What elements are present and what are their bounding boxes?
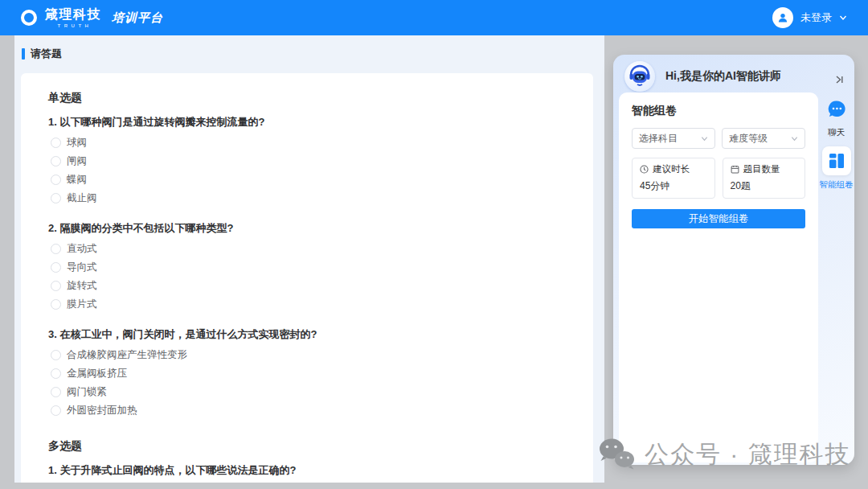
question-count-info-box: 题目数量 20题 <box>723 158 806 199</box>
chat-bubble-icon <box>826 99 847 120</box>
question-title: 3. 在核工业中，阀门关闭时，是通过什么方式实现密封的? <box>48 327 569 342</box>
option-label: 金属阀板挤压 <box>67 367 127 380</box>
option-label: 导向式 <box>67 261 97 274</box>
quiz-card: 单选题1. 以下哪种阀门是通过旋转阀瓣来控制流量的?球阀闸阀蝶阀截止阀2. 隔膜… <box>21 73 593 483</box>
radio-icon[interactable] <box>51 387 61 397</box>
option-label: 截止阀 <box>67 191 97 205</box>
option-label: 蝶阀 <box>67 173 87 187</box>
question-block: 1. 以下哪种阀门是通过旋转阀瓣来控制流量的?球阀闸阀蝶阀截止阀 <box>48 115 569 208</box>
user-avatar-icon[interactable] <box>772 7 793 28</box>
answer-option[interactable]: 旋转式 <box>48 277 569 295</box>
question-count-value: 20题 <box>731 179 798 193</box>
subject-select[interactable]: 选择科目 <box>632 128 715 149</box>
login-menu[interactable]: 未登录 <box>772 7 847 28</box>
question-title: 2. 隔膜阀的分类中不包括以下哪种类型? <box>48 221 569 236</box>
question-count-label: 题目数量 <box>743 163 780 175</box>
duration-label: 建议时长 <box>653 163 690 175</box>
chevron-down-icon <box>791 135 798 142</box>
section-heading: 多选题 <box>48 439 569 454</box>
chevron-down-icon <box>839 14 847 22</box>
title-accent-bar <box>22 48 25 60</box>
option-label: 旋转式 <box>67 279 97 293</box>
radio-icon[interactable] <box>51 175 61 185</box>
ai-assistant-panel: Hi,我是你的AI智能讲师 智能组卷 选择科目 难度等级 <box>613 55 854 465</box>
brand-logo-group: 箴理科技 TRUTH 培训平台 <box>21 8 163 28</box>
collapse-panel-icon[interactable] <box>833 74 845 85</box>
answer-option[interactable]: 膜片式 <box>48 295 569 314</box>
answer-option[interactable]: 升降式止回阀升程最短，能够实现快速关闭 <box>48 482 569 483</box>
answer-option[interactable]: 阀门锁紧 <box>48 383 569 401</box>
duration-value: 45分钟 <box>640 179 707 193</box>
option-label: 合成橡胶阀座产生弹性变形 <box>67 348 187 362</box>
subject-select-value: 选择科目 <box>639 132 678 146</box>
option-label: 直动式 <box>67 242 97 256</box>
tab-smart-paper[interactable]: 智能组卷 <box>820 146 854 191</box>
section-heading: 单选题 <box>48 91 569 105</box>
question-title: 1. 以下哪种阀门是通过旋转阀瓣来控制流量的? <box>48 115 569 129</box>
question-sections: 单选题1. 以下哪种阀门是通过旋转阀瓣来控制流量的?球阀闸阀蝶阀截止阀2. 隔膜… <box>48 91 569 483</box>
duration-info-box: 建议时长 45分钟 <box>632 158 715 199</box>
question-section: 单选题1. 以下哪种阀门是通过旋转阀瓣来控制流量的?球阀闸阀蝶阀截止阀2. 隔膜… <box>48 91 569 420</box>
quiz-content-area: 请答题 单选题1. 以下哪种阀门是通过旋转阀瓣来控制流量的?球阀闸阀蝶阀截止阀2… <box>14 35 604 483</box>
tab-smart-paper-label: 智能组卷 <box>820 179 854 191</box>
platform-title: 培训平台 <box>112 10 163 26</box>
start-smart-paper-button[interactable]: 开始智能组卷 <box>632 209 805 228</box>
option-label: 闸阀 <box>67 154 87 168</box>
answer-option[interactable]: 合成橡胶阀座产生弹性变形 <box>48 346 569 364</box>
answer-option[interactable]: 闸阀 <box>48 152 569 171</box>
question-block: 1. 关于升降式止回阀的特点，以下哪些说法是正确的?升降式止回阀升程最短，能够实… <box>48 463 569 483</box>
answer-option[interactable]: 蝶阀 <box>48 171 569 189</box>
radio-icon[interactable] <box>51 244 61 254</box>
radio-icon[interactable] <box>51 193 61 203</box>
chevron-down-icon <box>701 135 708 142</box>
answer-option[interactable]: 外圆密封面加热 <box>48 401 569 420</box>
smart-paper-panel: 智能组卷 选择科目 难度等级 <box>619 92 818 462</box>
tab-chat-label: 聊天 <box>828 127 845 138</box>
answer-option[interactable]: 金属阀板挤压 <box>48 364 569 383</box>
robot-avatar-icon <box>624 61 655 92</box>
option-label: 膜片式 <box>67 298 97 311</box>
app-header: 箴理科技 TRUTH 培训平台 未登录 <box>0 0 868 35</box>
radio-icon[interactable] <box>51 368 61 379</box>
ai-greeting: Hi,我是你的AI智能讲师 <box>665 69 781 84</box>
difficulty-select[interactable]: 难度等级 <box>722 128 805 149</box>
answer-option[interactable]: 截止阀 <box>48 189 569 208</box>
radio-icon[interactable] <box>51 262 61 273</box>
panel-title: 智能组卷 <box>632 104 805 118</box>
answer-option[interactable]: 导向式 <box>48 258 569 277</box>
difficulty-select-value: 难度等级 <box>729 132 768 146</box>
brand-name: 箴理科技 <box>45 8 101 21</box>
answer-option[interactable]: 直动式 <box>48 240 569 258</box>
radio-icon[interactable] <box>51 350 61 360</box>
login-label[interactable]: 未登录 <box>800 10 832 25</box>
question-block: 2. 隔膜阀的分类中不包括以下哪种类型?直动式导向式旋转式膜片式 <box>48 221 569 314</box>
radio-icon[interactable] <box>51 299 61 310</box>
tab-chat[interactable]: 聊天 <box>826 99 847 138</box>
page-title: 请答题 <box>31 47 62 61</box>
radio-icon[interactable] <box>51 138 61 148</box>
logo-ring-icon <box>21 10 37 26</box>
clock-icon <box>640 165 649 174</box>
option-label: 阀门锁紧 <box>67 385 107 399</box>
option-label: 球阀 <box>67 136 87 150</box>
radio-icon[interactable] <box>51 405 61 416</box>
brand-subtitle: TRUTH <box>55 23 92 28</box>
question-block: 3. 在核工业中，阀门关闭时，是通过什么方式实现密封的?合成橡胶阀座产生弹性变形… <box>48 327 569 420</box>
answer-option[interactable]: 球阀 <box>48 134 569 152</box>
option-label: 外圆密封面加热 <box>67 404 137 417</box>
radio-icon[interactable] <box>51 156 61 166</box>
grid-icon <box>828 152 845 170</box>
question-section: 多选题1. 关于升降式止回阀的特点，以下哪些说法是正确的?升降式止回阀升程最短，… <box>48 439 569 483</box>
assistant-tab-strip: 聊天 智能组卷 <box>818 92 854 191</box>
calendar-icon <box>731 165 739 174</box>
radio-icon[interactable] <box>51 281 61 291</box>
question-title: 1. 关于升降式止回阀的特点，以下哪些说法是正确的? <box>48 463 569 478</box>
